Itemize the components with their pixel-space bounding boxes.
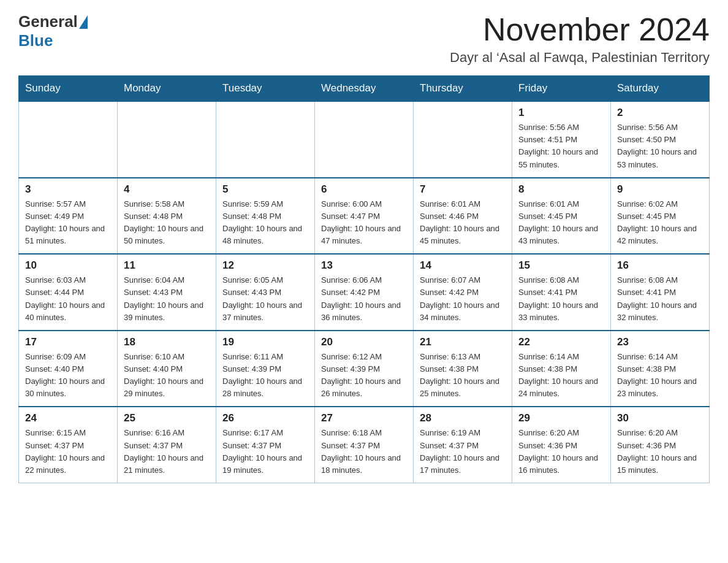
day-cell: 27Sunrise: 6:18 AM Sunset: 4:37 PM Dayli… [315, 407, 414, 483]
day-number: 2 [617, 107, 703, 119]
day-cell: 6Sunrise: 6:00 AM Sunset: 4:47 PM Daylig… [315, 178, 414, 255]
day-number: 24 [25, 412, 111, 424]
day-sun-info: Sunrise: 6:11 AM Sunset: 4:39 PM Dayligh… [222, 351, 308, 400]
day-sun-info: Sunrise: 6:03 AM Sunset: 4:44 PM Dayligh… [25, 274, 111, 324]
day-number: 30 [617, 412, 703, 424]
day-sun-info: Sunrise: 6:01 AM Sunset: 4:45 PM Dayligh… [518, 198, 604, 248]
day-sun-info: Sunrise: 6:01 AM Sunset: 4:46 PM Dayligh… [420, 198, 506, 248]
day-sun-info: Sunrise: 6:05 AM Sunset: 4:43 PM Dayligh… [222, 274, 308, 324]
day-number: 23 [617, 336, 703, 348]
day-cell: 23Sunrise: 6:14 AM Sunset: 4:38 PM Dayli… [611, 331, 710, 407]
day-sun-info: Sunrise: 6:08 AM Sunset: 4:41 PM Dayligh… [518, 274, 604, 324]
week-row-2: 3Sunrise: 5:57 AM Sunset: 4:49 PM Daylig… [19, 178, 710, 255]
day-cell: 11Sunrise: 6:04 AM Sunset: 4:43 PM Dayli… [118, 254, 216, 331]
day-sun-info: Sunrise: 5:57 AM Sunset: 4:49 PM Dayligh… [25, 198, 111, 248]
logo-general-text: General [18, 12, 78, 31]
day-number: 11 [124, 259, 210, 272]
day-cell: 14Sunrise: 6:07 AM Sunset: 4:42 PM Dayli… [414, 254, 512, 331]
day-cell [414, 101, 512, 178]
day-cell: 29Sunrise: 6:20 AM Sunset: 4:36 PM Dayli… [512, 407, 611, 483]
day-number: 19 [222, 336, 308, 348]
weekday-header-friday: Friday [512, 76, 611, 102]
day-sun-info: Sunrise: 6:00 AM Sunset: 4:47 PM Dayligh… [321, 198, 407, 248]
week-row-1: 1Sunrise: 5:56 AM Sunset: 4:51 PM Daylig… [19, 101, 710, 178]
weekday-header-saturday: Saturday [611, 76, 710, 102]
day-number: 17 [25, 336, 111, 348]
day-number: 22 [518, 336, 604, 348]
day-number: 4 [124, 183, 210, 196]
day-number: 7 [420, 183, 506, 196]
day-number: 28 [420, 412, 506, 424]
day-sun-info: Sunrise: 5:56 AM Sunset: 4:51 PM Dayligh… [518, 121, 604, 171]
day-sun-info: Sunrise: 6:08 AM Sunset: 4:41 PM Dayligh… [617, 274, 703, 324]
day-sun-info: Sunrise: 5:58 AM Sunset: 4:48 PM Dayligh… [124, 198, 210, 248]
day-cell: 26Sunrise: 6:17 AM Sunset: 4:37 PM Dayli… [216, 407, 315, 483]
weekday-header-tuesday: Tuesday [216, 76, 315, 102]
day-cell: 3Sunrise: 5:57 AM Sunset: 4:49 PM Daylig… [19, 178, 118, 255]
day-cell: 1Sunrise: 5:56 AM Sunset: 4:51 PM Daylig… [512, 101, 611, 178]
day-number: 5 [222, 183, 308, 196]
day-cell: 22Sunrise: 6:14 AM Sunset: 4:38 PM Dayli… [512, 331, 611, 407]
day-number: 6 [321, 183, 407, 196]
day-cell: 19Sunrise: 6:11 AM Sunset: 4:39 PM Dayli… [216, 331, 315, 407]
day-number: 14 [420, 259, 506, 272]
day-number: 8 [518, 183, 604, 196]
day-sun-info: Sunrise: 6:16 AM Sunset: 4:37 PM Dayligh… [124, 427, 210, 477]
day-number: 25 [124, 412, 210, 424]
day-number: 1 [518, 107, 604, 119]
day-sun-info: Sunrise: 6:09 AM Sunset: 4:40 PM Dayligh… [25, 351, 111, 400]
day-number: 29 [518, 412, 604, 424]
day-cell: 8Sunrise: 6:01 AM Sunset: 4:45 PM Daylig… [512, 178, 611, 255]
day-number: 9 [617, 183, 703, 196]
day-sun-info: Sunrise: 6:19 AM Sunset: 4:37 PM Dayligh… [420, 427, 506, 477]
day-cell: 5Sunrise: 5:59 AM Sunset: 4:48 PM Daylig… [216, 178, 315, 255]
title-area: November 2024 Dayr al ‘Asal al Fawqa, Pa… [450, 12, 710, 66]
day-sun-info: Sunrise: 6:14 AM Sunset: 4:38 PM Dayligh… [617, 351, 703, 400]
day-cell [216, 101, 315, 178]
day-sun-info: Sunrise: 5:56 AM Sunset: 4:50 PM Dayligh… [617, 121, 703, 171]
day-cell: 9Sunrise: 6:02 AM Sunset: 4:45 PM Daylig… [611, 178, 710, 255]
day-sun-info: Sunrise: 6:04 AM Sunset: 4:43 PM Dayligh… [124, 274, 210, 324]
day-cell [118, 101, 216, 178]
day-sun-info: Sunrise: 6:02 AM Sunset: 4:45 PM Dayligh… [617, 198, 703, 248]
day-number: 3 [25, 183, 111, 196]
day-cell: 7Sunrise: 6:01 AM Sunset: 4:46 PM Daylig… [414, 178, 512, 255]
day-number: 16 [617, 259, 703, 272]
logo: General Blue [18, 12, 89, 50]
day-sun-info: Sunrise: 6:07 AM Sunset: 4:42 PM Dayligh… [420, 274, 506, 324]
day-cell: 15Sunrise: 6:08 AM Sunset: 4:41 PM Dayli… [512, 254, 611, 331]
weekday-header-wednesday: Wednesday [315, 76, 414, 102]
day-cell: 24Sunrise: 6:15 AM Sunset: 4:37 PM Dayli… [19, 407, 118, 483]
day-cell: 2Sunrise: 5:56 AM Sunset: 4:50 PM Daylig… [611, 101, 710, 178]
week-row-4: 17Sunrise: 6:09 AM Sunset: 4:40 PM Dayli… [19, 331, 710, 407]
weekday-header-monday: Monday [118, 76, 216, 102]
day-number: 15 [518, 259, 604, 272]
weekday-header-sunday: Sunday [19, 76, 118, 102]
day-number: 27 [321, 412, 407, 424]
day-cell: 17Sunrise: 6:09 AM Sunset: 4:40 PM Dayli… [19, 331, 118, 407]
calendar-subtitle: Dayr al ‘Asal al Fawqa, Palestinian Terr… [450, 50, 710, 66]
day-cell: 18Sunrise: 6:10 AM Sunset: 4:40 PM Dayli… [118, 331, 216, 407]
day-sun-info: Sunrise: 6:10 AM Sunset: 4:40 PM Dayligh… [124, 351, 210, 400]
logo-triangle-icon [79, 15, 88, 29]
day-sun-info: Sunrise: 6:17 AM Sunset: 4:37 PM Dayligh… [222, 427, 308, 477]
weekday-header-row: SundayMondayTuesdayWednesdayThursdayFrid… [19, 76, 710, 102]
day-cell: 4Sunrise: 5:58 AM Sunset: 4:48 PM Daylig… [118, 178, 216, 255]
day-cell: 10Sunrise: 6:03 AM Sunset: 4:44 PM Dayli… [19, 254, 118, 331]
day-cell: 13Sunrise: 6:06 AM Sunset: 4:42 PM Dayli… [315, 254, 414, 331]
day-number: 10 [25, 259, 111, 272]
day-sun-info: Sunrise: 6:06 AM Sunset: 4:42 PM Dayligh… [321, 274, 407, 324]
day-sun-info: Sunrise: 6:20 AM Sunset: 4:36 PM Dayligh… [518, 427, 604, 477]
logo-blue-text: Blue [18, 31, 53, 50]
day-number: 21 [420, 336, 506, 348]
day-cell: 16Sunrise: 6:08 AM Sunset: 4:41 PM Dayli… [611, 254, 710, 331]
day-number: 18 [124, 336, 210, 348]
day-number: 26 [222, 412, 308, 424]
day-sun-info: Sunrise: 6:18 AM Sunset: 4:37 PM Dayligh… [321, 427, 407, 477]
header: General Blue November 2024 Dayr al ‘Asal… [18, 12, 710, 66]
day-sun-info: Sunrise: 6:13 AM Sunset: 4:38 PM Dayligh… [420, 351, 506, 400]
day-cell: 21Sunrise: 6:13 AM Sunset: 4:38 PM Dayli… [414, 331, 512, 407]
day-number: 13 [321, 259, 407, 272]
day-sun-info: Sunrise: 6:14 AM Sunset: 4:38 PM Dayligh… [518, 351, 604, 400]
day-cell [19, 101, 118, 178]
